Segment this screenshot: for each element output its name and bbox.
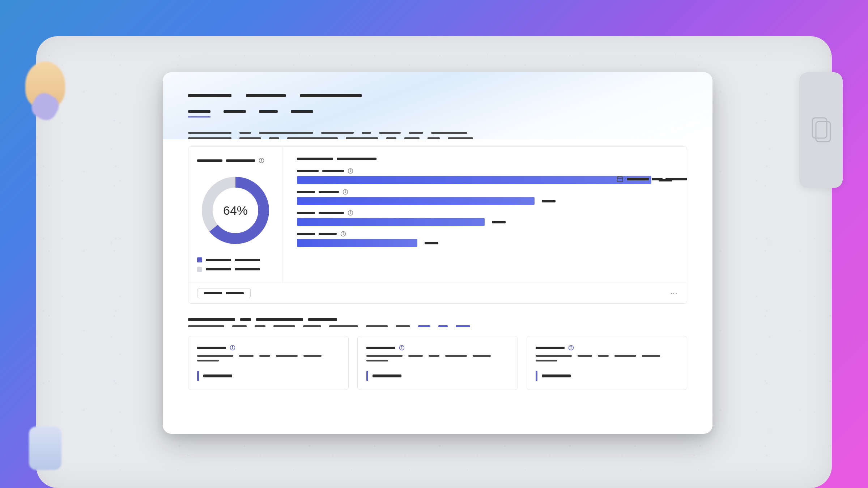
donut-legend [197,257,273,272]
inline-link[interactable] [438,325,448,327]
svg-rect-0 [812,118,827,138]
desktop-surface: 64% ⋯ [36,36,832,488]
metrics-card-footer: ⋯ [188,283,687,303]
svg-point-31 [571,346,571,347]
metric-card-2[interactable] [527,336,687,390]
gradient-background: 64% ⋯ [0,0,868,488]
svg-point-16 [345,191,346,191]
decorative-object [29,427,61,470]
donut-chart-panel: 64% [188,147,282,283]
tabs [188,110,687,117]
more-menu-button[interactable]: ⋯ [670,289,678,297]
inline-link[interactable] [456,325,470,327]
view-details-button[interactable] [197,288,251,298]
accent-bar [536,371,537,381]
metric-cards-row [163,327,712,390]
legend-item [197,267,273,272]
donut-chart: 64% [199,174,272,247]
tab-1[interactable] [224,110,246,117]
svg-point-13 [350,170,351,170]
bar-row-1 [297,189,672,205]
tab-2[interactable] [259,110,278,117]
dashboard-header [163,72,712,139]
bar-fill [297,239,417,247]
secondary-section [163,304,712,327]
metrics-summary-card: 64% ⋯ [188,146,687,304]
bar-row-3 [297,231,672,247]
svg-point-19 [350,211,351,212]
info-icon [342,189,348,195]
svg-rect-1 [816,121,830,142]
inline-link[interactable] [418,325,430,327]
bar-chart-panel [282,147,687,283]
calendar-icon [616,175,624,183]
svg-point-25 [232,346,233,347]
svg-point-8 [261,159,262,160]
background-device-card [799,72,843,188]
info-icon [399,345,405,351]
tab-0[interactable] [188,110,210,117]
info-icon [348,210,353,216]
accent-bar [197,371,199,381]
dashboard-panel: 64% ⋯ [163,72,712,434]
donut-chart-title [197,158,273,163]
section-title [188,318,687,321]
info-icon [348,168,353,174]
date-range-picker[interactable] [616,175,687,183]
metric-card-0[interactable] [188,336,349,390]
bar-row-2 [297,210,672,226]
bar-fill [297,176,651,184]
svg-point-28 [401,346,402,347]
info-icon [230,345,235,351]
bar-fill [297,218,485,226]
bar-chart-title [297,158,672,160]
svg-point-22 [343,232,344,233]
donut-center-value: 64% [223,204,247,217]
legend-item [197,257,273,262]
page-title [188,94,687,97]
page-subtitle [188,132,687,139]
info-icon [259,158,264,163]
metric-card-1[interactable] [357,336,518,390]
info-icon [340,231,346,237]
stack-icon [810,116,832,145]
info-icon [568,345,574,351]
accent-bar [366,371,368,381]
svg-rect-2 [617,177,623,181]
tab-3[interactable] [291,110,313,117]
bar-fill [297,197,535,205]
